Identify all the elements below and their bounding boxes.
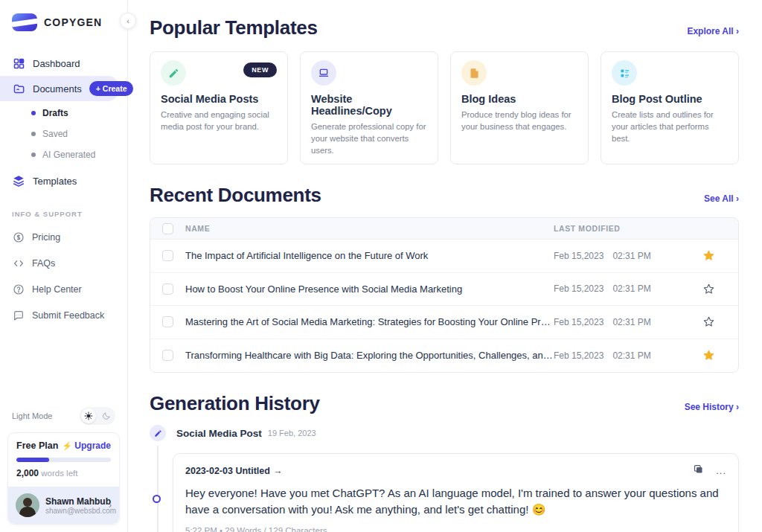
sidebar-item-faqs[interactable]: FAQs bbox=[0, 250, 127, 276]
document-last-modified: Feb 15,202302:31 PM bbox=[554, 350, 689, 361]
sidebar-item-label: Dashboard bbox=[33, 58, 80, 69]
main-content: Popular Templates Explore All › NEW Soci… bbox=[129, 0, 762, 532]
row-checkbox[interactable] bbox=[162, 283, 173, 295]
sidebar-item-help-center[interactable]: Help Center bbox=[0, 276, 127, 302]
row-checkbox[interactable] bbox=[162, 316, 173, 327]
copygen-logo-icon bbox=[12, 13, 37, 31]
code-brackets-icon bbox=[12, 257, 25, 269]
timeline-line bbox=[157, 446, 159, 532]
words-progress-bar bbox=[16, 458, 111, 462]
table-row[interactable]: How to Boost Your Online Presence with S… bbox=[150, 273, 738, 307]
chevron-right-icon: › bbox=[736, 26, 739, 36]
create-button[interactable]: + Create bbox=[89, 81, 134, 96]
avatar bbox=[16, 493, 39, 517]
template-cards: NEW Social Media Posts Creative and enga… bbox=[150, 51, 739, 164]
theme-toggle[interactable] bbox=[80, 407, 115, 425]
support-item-label: FAQs bbox=[32, 258, 55, 269]
sidebar-subitem-saved[interactable]: Saved bbox=[0, 124, 127, 144]
user-name: Shawn Mahbub bbox=[45, 496, 103, 507]
support-item-label: Submit Feedback bbox=[32, 310, 104, 321]
plan-card: Free Plan ⚡ Upgrade 2,000 words left Sha… bbox=[7, 432, 120, 525]
user-email: shawn@websbd.com bbox=[45, 507, 103, 515]
star-icon[interactable] bbox=[702, 283, 715, 295]
star-icon[interactable] bbox=[702, 349, 715, 362]
template-card-website-headlines[interactable]: Website Headlines/Copy Generate professi… bbox=[300, 51, 438, 164]
dark-mode-moon-icon[interactable] bbox=[99, 408, 114, 423]
lightning-icon: ⚡ bbox=[62, 441, 72, 450]
sidebar-item-pricing[interactable]: Pricing bbox=[0, 224, 127, 250]
dollar-circle-icon bbox=[12, 231, 25, 243]
row-checkbox[interactable] bbox=[162, 250, 173, 261]
plan-info: Free Plan ⚡ Upgrade 2,000 words left bbox=[8, 433, 119, 487]
arrow-right-icon: → bbox=[273, 466, 283, 476]
recent-documents-table: NAME LAST MODIFIED The Impact of Artific… bbox=[150, 217, 739, 373]
sidebar: COPYGEN Dashboard Documents + Create Dra… bbox=[0, 0, 128, 532]
generation-card[interactable]: 2023-02-03 Untitled→ ... Hey everyone! H… bbox=[173, 453, 739, 532]
app-name: COPYGEN bbox=[44, 16, 102, 28]
chevron-right-icon: › bbox=[736, 402, 739, 412]
star-icon[interactable] bbox=[702, 315, 715, 328]
layers-icon bbox=[12, 174, 25, 188]
document-last-modified: Feb 15,202302:31 PM bbox=[554, 251, 689, 261]
support-item-label: Pricing bbox=[32, 232, 60, 243]
section-title: Recent Documents bbox=[150, 184, 321, 207]
table-row[interactable]: Transforming Healthcare with Big Data: E… bbox=[150, 339, 738, 373]
upgrade-link[interactable]: ⚡ Upgrade bbox=[62, 440, 111, 451]
document-last-modified: Feb 15,202302:31 PM bbox=[554, 317, 689, 327]
document-name[interactable]: How to Boost Your Online Presence with S… bbox=[185, 283, 554, 295]
sidebar-item-templates[interactable]: Templates bbox=[0, 168, 127, 193]
sidebar-collapse-button[interactable]: ‹ bbox=[120, 13, 136, 29]
sidebar-item-submit-feedback[interactable]: Submit Feedback bbox=[0, 302, 127, 328]
see-history-link[interactable]: See History › bbox=[685, 402, 739, 412]
documents-subitems: Drafts Saved AI Generated bbox=[0, 103, 127, 165]
document-name[interactable]: The Impact of Artificial Intelligence on… bbox=[185, 250, 554, 261]
document-name[interactable]: Mastering the Art of Social Media Market… bbox=[185, 316, 554, 327]
template-title: Blog Ideas bbox=[461, 93, 577, 105]
feedback-bubble-icon bbox=[12, 309, 25, 321]
plan-name: Free Plan bbox=[16, 440, 58, 451]
folder-icon bbox=[12, 82, 25, 95]
light-mode-sun-icon[interactable] bbox=[81, 408, 96, 423]
select-all-checkbox[interactable] bbox=[162, 223, 173, 234]
star-icon[interactable] bbox=[702, 249, 715, 262]
theme-mode-label: Light Mode bbox=[12, 411, 52, 420]
template-description: Generate professional copy for your webs… bbox=[311, 121, 427, 156]
generation-history-header: Generation History See History › bbox=[150, 392, 739, 415]
generation-entry: Social Media Post 19 Feb, 2023 2023-02-0… bbox=[150, 425, 739, 532]
section-title: Generation History bbox=[150, 392, 320, 415]
theme-row: Light Mode bbox=[7, 407, 120, 432]
sidebar-subitem-ai-generated[interactable]: AI Generated bbox=[0, 144, 127, 165]
generation-type: Social Media Post bbox=[176, 428, 262, 439]
user-card[interactable]: Shawn Mahbub shawn@websbd.com › bbox=[8, 487, 119, 524]
column-header-last-modified: LAST MODIFIED bbox=[554, 224, 689, 233]
more-options-icon[interactable]: ... bbox=[716, 465, 726, 476]
template-card-social-media-posts[interactable]: NEW Social Media Posts Creative and enga… bbox=[150, 51, 288, 164]
template-description: Create lists and outlines for your artic… bbox=[612, 109, 728, 144]
sidebar-item-label: Templates bbox=[33, 176, 77, 187]
pen-icon bbox=[161, 60, 186, 86]
see-all-link[interactable]: See All › bbox=[704, 193, 739, 204]
recent-documents-header: Recent Documents See All › bbox=[150, 184, 739, 207]
table-row[interactable]: Mastering the Art of Social Media Market… bbox=[150, 306, 738, 339]
template-card-blog-ideas[interactable]: Blog Ideas Produce trendy blog ideas for… bbox=[450, 51, 589, 164]
sidebar-item-documents[interactable]: Documents + Create bbox=[0, 76, 120, 101]
support-item-label: Help Center bbox=[32, 284, 82, 295]
generation-card-title[interactable]: 2023-02-03 Untitled→ bbox=[185, 466, 282, 476]
sidebar-subitem-drafts[interactable]: Drafts bbox=[0, 103, 127, 124]
explore-all-link[interactable]: Explore All › bbox=[687, 26, 739, 36]
copy-icon[interactable] bbox=[693, 464, 704, 478]
table-row[interactable]: The Impact of Artificial Intelligence on… bbox=[150, 240, 738, 273]
subitem-label: AI Generated bbox=[42, 150, 95, 160]
pen-icon bbox=[150, 425, 166, 441]
dashboard-grid-icon bbox=[12, 57, 25, 70]
generation-date: 19 Feb, 2023 bbox=[268, 429, 316, 438]
generation-stats: 5:22 PM • 29 Words / 129 Characters bbox=[185, 526, 726, 532]
template-card-blog-post-outline[interactable]: Blog Post Outline Create lists and outli… bbox=[601, 51, 739, 164]
words-progress-fill bbox=[16, 458, 49, 462]
outline-list-icon bbox=[612, 60, 637, 86]
document-name[interactable]: Transforming Healthcare with Big Data: E… bbox=[185, 350, 554, 361]
sidebar-item-label: Documents bbox=[33, 83, 82, 94]
bullet-dot-icon bbox=[31, 111, 36, 115]
sidebar-item-dashboard[interactable]: Dashboard bbox=[0, 51, 127, 76]
row-checkbox[interactable] bbox=[162, 350, 173, 361]
